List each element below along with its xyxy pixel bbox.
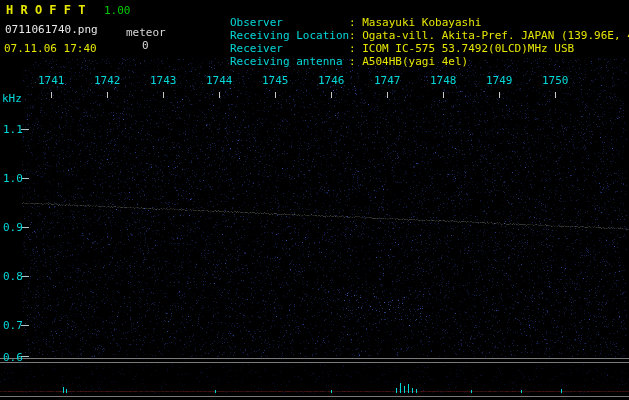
hrofft-window: H R O F F T 1.00 0711061740.png meteor 0… — [0, 0, 629, 400]
spectrogram-canvas — [0, 0, 629, 400]
